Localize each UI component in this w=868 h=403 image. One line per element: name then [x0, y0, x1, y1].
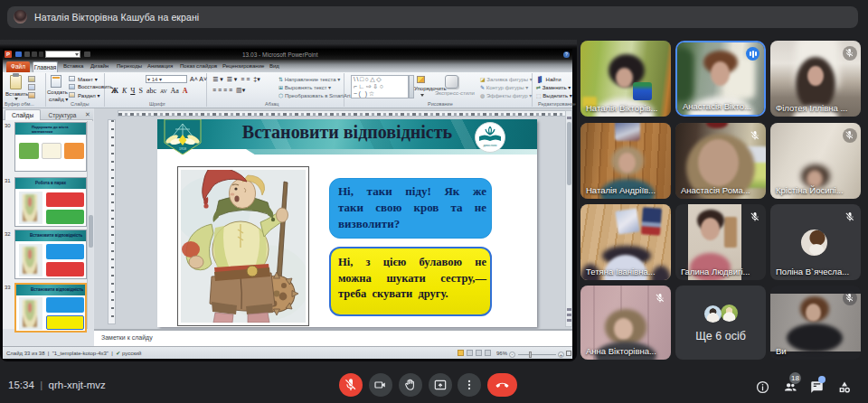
svg-text:дивослово: дивослово [484, 144, 497, 147]
svg-text:1918: 1918 [179, 147, 186, 151]
